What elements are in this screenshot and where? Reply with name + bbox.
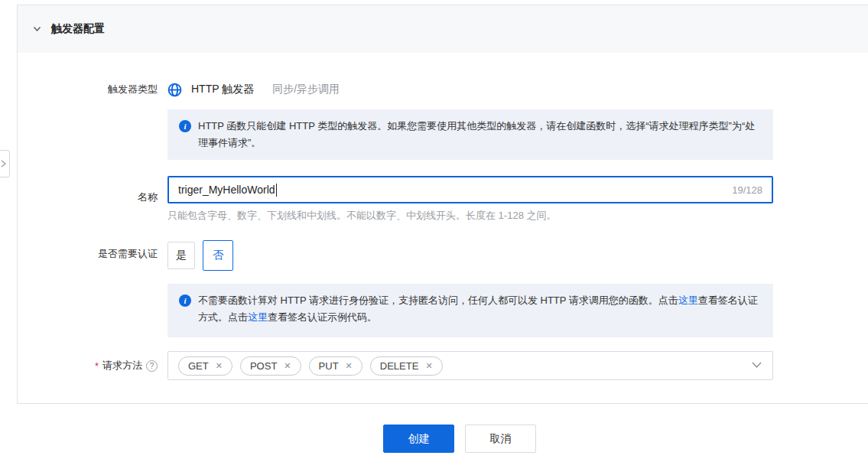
method-tag-post[interactable]: POST ✕ [240, 356, 301, 376]
cancel-button[interactable]: 取消 [465, 425, 536, 453]
remove-tag-icon[interactable]: ✕ [425, 361, 432, 371]
info-icon: i [179, 120, 191, 132]
trigger-type-label: 触发器类型 [18, 83, 158, 96]
remove-tag-icon[interactable]: ✕ [284, 361, 291, 371]
auth-info-seg3: 查看签名认证示例代码。 [268, 311, 377, 323]
remove-tag-icon[interactable]: ✕ [216, 361, 223, 371]
chevron-right-icon [0, 159, 7, 168]
method-tag-put[interactable]: PUT ✕ [309, 356, 362, 376]
trigger-invoke-mode: 同步/异步调用 [272, 83, 340, 96]
trigger-type-value: HTTP 触发器 [191, 83, 254, 96]
auth-info-box: i 不需要函数计算对 HTTP 请求进行身份验证，支持匿名访问，任何人都可以发 … [167, 284, 773, 337]
help-icon[interactable]: ? [146, 360, 158, 372]
trigger-config-page: 触发器配置 触发器类型 HTTP 触发器 同步/异步调用 i HTTP 函数只能… [0, 0, 868, 475]
method-tag-label: PUT [319, 360, 339, 372]
auth-toggle-group: 是 否 [167, 240, 233, 271]
method-label-group: * 请求方法 ? [18, 351, 158, 380]
trigger-type-row: 触发器类型 HTTP 触发器 同步/异步调用 [18, 80, 868, 99]
name-label: 名称 [18, 184, 158, 211]
method-tag-get[interactable]: GET ✕ [178, 356, 232, 376]
panel-expand-toggle[interactable] [0, 150, 10, 177]
section-title: 触发器配置 [51, 22, 105, 36]
create-button[interactable]: 创建 [383, 425, 454, 453]
auth-info-text: 不需要函数计算对 HTTP 请求进行身份验证，支持匿名访问，任何人都可以发 HT… [198, 292, 762, 329]
http-trigger-info-text: HTTP 函数只能创建 HTTP 类型的触发器。如果您需要使用其他类型的触发器，… [198, 118, 762, 151]
method-tag-label: DELETE [380, 360, 419, 372]
globe-icon [167, 83, 182, 97]
signature-example-link[interactable]: 这里 [248, 311, 268, 323]
required-mark: * [95, 360, 99, 372]
http-trigger-info-box: i HTTP 函数只能创建 HTTP 类型的触发器。如果您需要使用其他类型的触发… [167, 109, 773, 160]
char-counter: 19/128 [732, 184, 762, 196]
name-helper-text: 只能包含字母、数字、下划线和中划线。不能以数字、中划线开头。长度在 1-128 … [167, 209, 556, 223]
method-tag-label: POST [250, 360, 277, 372]
chevron-down-icon[interactable] [751, 361, 762, 369]
name-input[interactable]: triger_MyHelloWorld 19/128 [167, 176, 773, 203]
method-multiselect[interactable]: GET ✕ POST ✕ PUT ✕ DELETE ✕ [167, 351, 773, 380]
method-tag-label: GET [188, 360, 209, 372]
method-tags: GET ✕ POST ✕ PUT ✕ DELETE ✕ [178, 356, 443, 376]
chevron-down-icon [33, 26, 41, 32]
signature-auth-link[interactable]: 这里 [678, 294, 698, 306]
name-input-value: triger_MyHelloWorld [178, 184, 275, 196]
auth-option-no[interactable]: 否 [203, 240, 233, 271]
trigger-config-panel: 触发器配置 触发器类型 HTTP 触发器 同步/异步调用 i HTTP 函数只能… [17, 5, 868, 404]
info-icon: i [179, 294, 191, 307]
text-caret [276, 184, 277, 197]
method-tag-delete[interactable]: DELETE ✕ [370, 356, 443, 376]
footer-actions: 创建 取消 [383, 425, 536, 453]
method-label: 请求方法 [102, 359, 142, 373]
auth-info-seg1: 不需要函数计算对 HTTP 请求进行身份验证，支持匿名访问，任何人都可以发 HT… [198, 294, 678, 306]
remove-tag-icon[interactable]: ✕ [346, 361, 353, 371]
section-header[interactable]: 触发器配置 [18, 5, 868, 53]
auth-label: 是否需要认证 [18, 239, 158, 269]
auth-option-yes[interactable]: 是 [167, 242, 195, 269]
